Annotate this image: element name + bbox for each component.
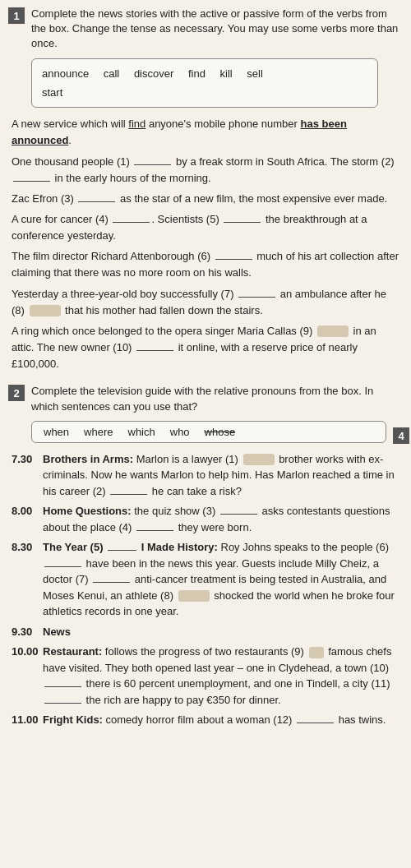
tv-guide: 7.30 Brothers in Arms: Marlon is a lawye… — [8, 451, 403, 728]
right-section-number: 4 — [393, 427, 409, 444]
tv-content-1000: Restaurant: follows the progress of two … — [43, 644, 399, 708]
tv-entry-1100: 11.00 Fright Kids: comedy horror film ab… — [12, 712, 399, 728]
section2-header: 2 Complete the television guide with the… — [8, 384, 403, 413]
tv-time-830: 8.30 — [12, 539, 43, 556]
smudge-2-8 — [178, 590, 210, 602]
find-underlined: find — [128, 118, 145, 130]
blank-1-7[interactable] — [238, 297, 275, 298]
story-6: A ring which once belonged to the opera … — [12, 323, 399, 372]
smudge-1-9 — [317, 326, 349, 337]
tv-content-830: The Year (5) I Made History: Roy Johns s… — [43, 539, 399, 620]
tv-time-800: 8.00 — [12, 503, 43, 519]
tv-title-930: News — [43, 626, 71, 638]
story-1: One thousand people (1) by a freak storm… — [12, 154, 399, 187]
section2-number: 2 — [8, 385, 25, 401]
blank-2-3[interactable] — [220, 514, 257, 515]
verb-kill: kill — [220, 67, 233, 80]
tv-time-730: 7.30 — [12, 451, 43, 468]
blank-2-11[interactable] — [44, 703, 81, 704]
tv-time-1100: 11.00 — [12, 712, 43, 728]
section2-instruction: Complete the television guide with the r… — [31, 384, 403, 413]
pronoun-which: which — [128, 426, 155, 438]
story-4: The film director Richard Attenborough (… — [12, 248, 399, 281]
blank-2-10[interactable] — [44, 686, 81, 687]
tv-entry-1000: 10.00 Restaurant: follows the progress o… — [12, 644, 399, 708]
blank-2-5[interactable] — [108, 550, 136, 551]
blank-1-10[interactable] — [136, 350, 173, 351]
verb-announce: announce — [42, 67, 89, 80]
verb-start: start — [42, 86, 62, 99]
tv-entry-830: 8.30 The Year (5) I Made History: Roy Jo… — [12, 539, 399, 620]
tv-title-1100: Fright Kids: — [43, 713, 103, 726]
verb-sell: sell — [247, 67, 263, 80]
section1-instruction: Complete the news stories with the activ… — [31, 7, 403, 52]
tv-content-1100: Fright Kids: comedy horror film about a … — [43, 712, 399, 728]
tv-title-800: Home Questions: — [43, 505, 132, 517]
blank-1-4[interactable] — [113, 222, 150, 223]
page: 1 Complete the news stories with the act… — [0, 0, 411, 749]
story-5: Yesterday a three-year-old boy successfu… — [12, 286, 399, 319]
story-2: Zac Efron (3) as the star of a new film,… — [12, 191, 399, 207]
blank-2-7[interactable] — [93, 582, 130, 583]
blank-2-6[interactable] — [44, 566, 81, 567]
tv-time-1000: 10.00 — [12, 644, 43, 660]
section2-container: 2 Complete the television guide with the… — [8, 384, 403, 727]
blank-2-4[interactable] — [136, 530, 173, 531]
pronoun-whose: whose — [205, 426, 236, 438]
tv-title-830: The Year (5) I Made History: — [43, 541, 218, 553]
blank-1-6[interactable] — [215, 259, 252, 260]
section1-number: 1 — [8, 7, 25, 24]
pronoun-who: who — [170, 426, 190, 438]
pronoun-box: when where which who whose — [31, 421, 386, 443]
smudge-2-1 — [243, 454, 275, 465]
verb-call: call — [104, 67, 120, 80]
tv-entry-800: 8.00 Home Questions: the quiz show (3) a… — [12, 503, 399, 535]
has-been-announced: has been announced — [12, 118, 347, 146]
blank-2-12[interactable] — [297, 723, 334, 723]
verb-discover: discover — [134, 67, 173, 80]
blank-2-2[interactable] — [110, 494, 147, 495]
verb-find: find — [188, 67, 206, 80]
blank-1-3[interactable] — [78, 201, 115, 202]
blank-1-2[interactable] — [13, 181, 50, 182]
pronoun-when: when — [44, 426, 69, 438]
tv-title-1000: Restaurant: — [43, 645, 102, 658]
section1-text: A new service which will find anyone's m… — [8, 116, 403, 372]
tv-content-930: News — [43, 624, 399, 640]
tv-content-730: Brothers in Arms: Marlon is a lawyer (1)… — [43, 451, 399, 500]
pronoun-where: where — [84, 426, 113, 438]
smudge-2-9 — [309, 647, 324, 658]
tv-entry-730: 7.30 Brothers in Arms: Marlon is a lawye… — [12, 451, 399, 500]
blank-1-1[interactable] — [134, 164, 171, 165]
section1-header: 1 Complete the news stories with the act… — [8, 7, 403, 52]
blank-1-5[interactable] — [224, 222, 261, 223]
smudge-1-8 — [30, 305, 61, 316]
tv-content-800: Home Questions: the quiz show (3) asks c… — [43, 503, 399, 535]
verb-box: announce call discover find kill sell st… — [31, 58, 378, 108]
sample-sentence: A new service which will find anyone's m… — [12, 116, 399, 149]
story-3: A cure for cancer (4) . Scientists (5) t… — [12, 211, 399, 244]
tv-entry-930: 9.30 News — [12, 624, 399, 640]
tv-time-930: 9.30 — [12, 624, 43, 640]
tv-title-730: Brothers in Arms: — [43, 453, 133, 465]
